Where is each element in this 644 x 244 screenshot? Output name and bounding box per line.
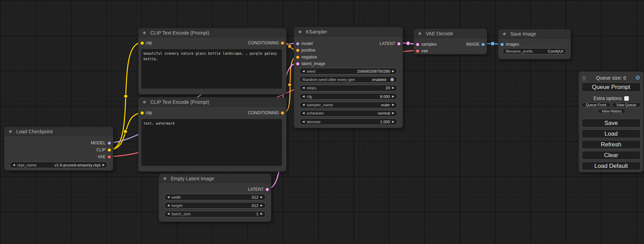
prev-arrow-icon[interactable]: ◀	[167, 213, 169, 215]
ckpt-name-widget[interactable]: ◀ ckpt_name v1-5-pruned-emaonly.ckpt ▶	[10, 162, 108, 168]
port-samples-input[interactable]	[416, 43, 420, 46]
widget-label: steps	[307, 86, 316, 90]
prev-arrow-icon[interactable]: ◀	[167, 196, 169, 199]
port-image-output[interactable]	[481, 43, 485, 46]
node-empty-latent-image[interactable]: Empty Latent Image LATENT ◀width512▶ ◀he…	[159, 174, 271, 222]
seed-widget[interactable]: ◀seed156680208700286▶	[299, 68, 397, 74]
filename-prefix-widget[interactable]: filename_prefix ComfyUI	[503, 48, 566, 54]
collapse-dot-icon[interactable]	[298, 30, 302, 34]
port-vae-output[interactable]	[107, 155, 111, 159]
next-arrow-icon[interactable]: ▶	[261, 213, 263, 215]
steps-widget[interactable]: ◀steps20▶	[299, 85, 397, 91]
node-clip-text-encode-negative[interactable]: CLIP Text Encode (Prompt) clip CONDITION…	[138, 97, 286, 172]
port-images-input[interactable]	[500, 43, 504, 46]
widget-value[interactable]: 512	[252, 195, 258, 199]
load-default-button[interactable]: Load Default	[582, 162, 641, 170]
scheduler-widget[interactable]: ◀schedulernormal▶	[299, 110, 397, 117]
save-button[interactable]: Save	[582, 119, 641, 127]
batch-size-widget[interactable]: ◀batch_size1▶	[164, 211, 266, 217]
next-arrow-icon[interactable]: ▶	[392, 70, 394, 73]
input-label-images: images	[506, 41, 519, 48]
port-clip-output[interactable]	[107, 148, 111, 152]
node-save-image[interactable]: Save Image images filename_prefix ComfyU…	[498, 29, 571, 59]
refresh-button[interactable]: Refresh	[582, 140, 641, 149]
port-latent-output[interactable]	[265, 188, 269, 191]
view-queue-button[interactable]: View Queue	[612, 102, 641, 107]
queue-prompt-button[interactable]: Queue Prompt	[582, 82, 641, 92]
width-widget[interactable]: ◀width512▶	[164, 194, 266, 200]
height-widget[interactable]: ◀height512▶	[164, 202, 266, 209]
collapse-dot-icon[interactable]	[163, 177, 167, 180]
load-button[interactable]: Load	[582, 129, 641, 138]
collapse-dot-icon[interactable]	[143, 31, 146, 35]
port-model-input[interactable]	[296, 42, 300, 46]
collapse-dot-icon[interactable]	[143, 100, 146, 104]
port-latent-image-input[interactable]	[296, 62, 300, 66]
next-arrow-icon[interactable]: ▶	[392, 112, 394, 115]
node-load-checkpoint[interactable]: Load Checkpoint MODEL CLIP VAE ◀ ckpt_na…	[4, 127, 113, 171]
prev-arrow-icon[interactable]: ◀	[302, 103, 305, 106]
sampler-name-widget[interactable]: ◀sampler_nameeuler▶	[299, 102, 397, 108]
widget-value[interactable]: euler	[381, 103, 390, 107]
prev-arrow-icon[interactable]: ◀	[302, 120, 305, 123]
node-vae-decode[interactable]: VAE Decode samples IMAGE vae	[414, 29, 487, 54]
prev-arrow-icon[interactable]: ◀	[302, 70, 305, 73]
prev-arrow-icon[interactable]: ◀	[13, 164, 15, 166]
cfg-widget[interactable]: ◀cfg8.000▶	[299, 93, 397, 100]
port-clip-input[interactable]	[140, 41, 144, 45]
extra-options-label: Extra options	[593, 96, 622, 101]
widget-label: Random seed after every gen	[302, 78, 355, 82]
port-clip-input[interactable]	[140, 111, 144, 115]
widget-value[interactable]: ComfyUI	[548, 49, 563, 53]
collapse-dot-icon[interactable]	[418, 32, 422, 35]
widget-label: height	[171, 204, 182, 208]
extra-options-checkbox[interactable]	[624, 96, 629, 101]
output-label-latent: LATENT	[380, 40, 395, 47]
next-arrow-icon[interactable]: ▶	[392, 95, 394, 98]
port-vae-input[interactable]	[416, 49, 420, 53]
port-negative-input[interactable]	[296, 55, 300, 59]
node-clip-text-encode-positive[interactable]: CLIP Text Encode (Prompt) clip CONDITION…	[138, 28, 286, 94]
input-label-positive: positive	[301, 47, 316, 54]
port-conditioning-output[interactable]	[281, 41, 284, 45]
view-history-button[interactable]: View History	[598, 109, 625, 114]
next-arrow-icon[interactable]: ▶	[392, 103, 394, 106]
widget-value[interactable]: normal	[378, 111, 390, 115]
widget-value[interactable]: 8.000	[380, 94, 390, 99]
widget-value[interactable]: 1.000	[380, 120, 390, 124]
positive-prompt-textarea[interactable]: beautiful scenery nature glass bottle la…	[141, 49, 282, 89]
next-arrow-icon[interactable]: ▶	[261, 204, 263, 207]
port-positive-input[interactable]	[296, 48, 300, 52]
toggle-dot-icon[interactable]	[390, 78, 394, 82]
widget-value[interactable]: 20	[386, 86, 390, 90]
next-arrow-icon[interactable]: ▶	[392, 120, 394, 123]
collapse-dot-icon[interactable]	[9, 130, 12, 133]
next-arrow-icon[interactable]: ▶	[261, 196, 263, 199]
next-arrow-icon[interactable]: ▶	[392, 87, 394, 89]
gear-icon[interactable]: ⚙	[635, 74, 640, 81]
prev-arrow-icon[interactable]: ◀	[302, 95, 305, 98]
output-label-model: MODEL	[91, 139, 106, 146]
collapse-dot-icon[interactable]	[503, 32, 506, 36]
next-arrow-icon[interactable]: ▶	[103, 164, 105, 166]
widget-label: sampler_name	[307, 103, 333, 107]
node-ksampler[interactable]: KSampler model LATENT positive negative …	[294, 27, 403, 128]
port-latent-output[interactable]	[397, 42, 401, 46]
widget-value[interactable]: v1-5-pruned-emaonly.ckpt	[54, 163, 100, 167]
prev-arrow-icon[interactable]: ◀	[167, 204, 169, 207]
queue-front-button[interactable]: Queue Front	[582, 102, 610, 107]
widget-value[interactable]: 156680208700286	[357, 69, 390, 73]
port-conditioning-output[interactable]	[281, 111, 284, 115]
denoise-widget[interactable]: ◀denoise1.000▶	[299, 118, 397, 125]
widget-value[interactable]: 512	[252, 204, 258, 208]
widget-label: batch_size	[171, 212, 191, 216]
widget-value[interactable]: 1	[256, 212, 258, 216]
prev-arrow-icon[interactable]: ◀	[302, 112, 305, 115]
prev-arrow-icon[interactable]: ◀	[302, 87, 305, 89]
negative-prompt-textarea[interactable]: text, watermark	[141, 119, 282, 166]
node-graph-canvas[interactable]: Load Checkpoint MODEL CLIP VAE ◀ ckpt_na…	[0, 0, 644, 244]
input-label-latent-image: latent_image	[301, 60, 325, 67]
clear-button[interactable]: Clear	[582, 151, 641, 160]
random-seed-toggle-widget[interactable]: Random seed after every genenabled	[299, 76, 397, 83]
port-model-output[interactable]	[107, 141, 111, 145]
